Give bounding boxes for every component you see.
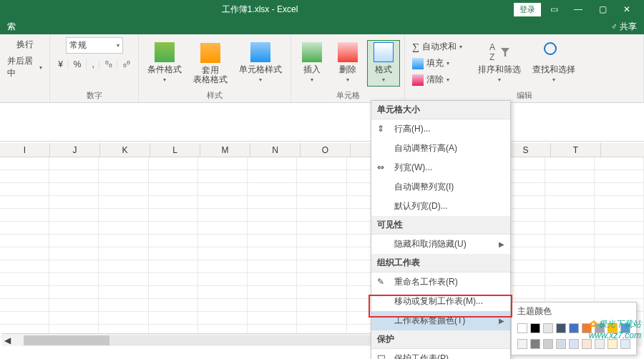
- insert-cells-button[interactable]: 插入▾: [296, 41, 328, 86]
- menu-tab-color[interactable]: 工作表标签颜色(T)▶: [371, 311, 510, 330]
- cell[interactable]: [297, 247, 346, 260]
- cell[interactable]: [49, 286, 99, 299]
- cell[interactable]: [297, 273, 346, 286]
- cell[interactable]: [595, 222, 644, 235]
- cell[interactable]: [149, 286, 198, 299]
- cell[interactable]: [297, 157, 346, 170]
- cell[interactable]: [149, 170, 198, 183]
- sort-filter-button[interactable]: AZ 排序和筛选▾: [474, 41, 525, 86]
- cell[interactable]: [49, 196, 99, 209]
- share-button[interactable]: ♂ 共享: [611, 21, 637, 33]
- delete-cells-button[interactable]: 删除▾: [331, 41, 364, 86]
- cell[interactable]: [595, 196, 644, 209]
- color-swatch[interactable]: [569, 339, 579, 349]
- cell[interactable]: [0, 312, 49, 325]
- color-swatch[interactable]: [517, 323, 527, 333]
- fill-button[interactable]: 填充 ▾: [409, 56, 471, 71]
- cell[interactable]: [545, 260, 595, 273]
- maximize-icon[interactable]: ▢: [591, 0, 614, 19]
- cell[interactable]: [0, 260, 49, 273]
- cell[interactable]: [297, 209, 346, 222]
- format-cells-button[interactable]: 格式▾: [367, 40, 400, 87]
- cell[interactable]: [0, 273, 49, 286]
- cell[interactable]: [595, 260, 644, 273]
- col-header[interactable]: I: [0, 143, 50, 157]
- cell[interactable]: [0, 286, 49, 299]
- cell[interactable]: [297, 170, 346, 183]
- cell[interactable]: [545, 235, 595, 247]
- cell[interactable]: [99, 235, 148, 247]
- color-swatch[interactable]: [582, 339, 592, 349]
- cell[interactable]: [248, 312, 297, 325]
- decrease-decimal-button[interactable]: ₀⁰: [119, 59, 135, 69]
- cell[interactable]: [149, 157, 198, 170]
- cell[interactable]: [149, 247, 198, 260]
- col-header[interactable]: N: [250, 143, 301, 157]
- conditional-formatting-button[interactable]: 条件格式▾: [143, 41, 186, 86]
- cell[interactable]: [297, 222, 346, 235]
- cell[interactable]: [545, 273, 595, 286]
- menu-autofit-col[interactable]: 自动调整列宽(I): [371, 177, 510, 197]
- color-swatch[interactable]: [556, 323, 566, 333]
- cell[interactable]: [0, 183, 49, 196]
- menu-default-width[interactable]: 默认列宽(D)...: [371, 197, 510, 216]
- cell[interactable]: [545, 157, 595, 170]
- increase-decimal-button[interactable]: ⁰₀: [101, 59, 117, 69]
- cell[interactable]: [99, 196, 148, 209]
- cell[interactable]: [297, 196, 346, 209]
- cell[interactable]: [595, 273, 644, 286]
- cell[interactable]: [0, 157, 49, 170]
- cell[interactable]: [248, 235, 297, 247]
- cell[interactable]: [297, 235, 346, 247]
- cell[interactable]: [595, 247, 644, 260]
- cell[interactable]: [149, 312, 198, 325]
- menu-autofit-row[interactable]: 自动调整行高(A): [371, 139, 510, 158]
- scroll-thumb[interactable]: [24, 335, 109, 345]
- cell[interactable]: [149, 235, 198, 247]
- color-swatch[interactable]: [517, 339, 527, 349]
- menu-move-copy-sheet[interactable]: 移动或复制工作表(M)...: [371, 292, 510, 311]
- currency-button[interactable]: ¥: [54, 59, 68, 69]
- cell[interactable]: [99, 247, 148, 260]
- cell[interactable]: [99, 157, 148, 170]
- cell[interactable]: [149, 222, 198, 235]
- cell[interactable]: [297, 183, 346, 196]
- cell[interactable]: [198, 286, 248, 299]
- cell[interactable]: [297, 312, 346, 325]
- percent-button[interactable]: %: [69, 59, 87, 69]
- color-swatch[interactable]: [608, 339, 618, 349]
- col-header[interactable]: L: [150, 143, 200, 157]
- cell[interactable]: [99, 273, 148, 286]
- cell[interactable]: [149, 260, 198, 273]
- cell[interactable]: [149, 183, 198, 196]
- cell[interactable]: [49, 260, 99, 273]
- cell[interactable]: [545, 286, 595, 299]
- color-swatch[interactable]: [530, 339, 540, 349]
- cell[interactable]: [198, 299, 248, 312]
- cell[interactable]: [49, 247, 99, 260]
- cell[interactable]: [0, 209, 49, 222]
- cell[interactable]: [49, 273, 99, 286]
- clear-button[interactable]: 清除 ▾: [409, 72, 471, 87]
- cell[interactable]: [99, 222, 148, 235]
- cell[interactable]: [99, 209, 148, 222]
- cell[interactable]: [198, 157, 248, 170]
- cell[interactable]: [545, 170, 595, 183]
- cell[interactable]: [198, 235, 248, 247]
- cell[interactable]: [248, 196, 297, 209]
- cell[interactable]: [49, 235, 99, 247]
- cell[interactable]: [198, 209, 248, 222]
- cell[interactable]: [99, 260, 148, 273]
- cell[interactable]: [248, 247, 297, 260]
- cell[interactable]: [545, 209, 595, 222]
- merge-center-button[interactable]: 并后居中 ▾: [4, 54, 45, 81]
- color-swatch[interactable]: [569, 323, 579, 333]
- cell[interactable]: [198, 247, 248, 260]
- cell[interactable]: [248, 209, 297, 222]
- cell-styles-button[interactable]: 单元格样式▾: [235, 41, 286, 86]
- cell[interactable]: [595, 286, 644, 299]
- cell[interactable]: [297, 299, 346, 312]
- cell[interactable]: [595, 183, 644, 196]
- cell[interactable]: [297, 260, 346, 273]
- number-format-select[interactable]: 常规▾: [66, 37, 123, 54]
